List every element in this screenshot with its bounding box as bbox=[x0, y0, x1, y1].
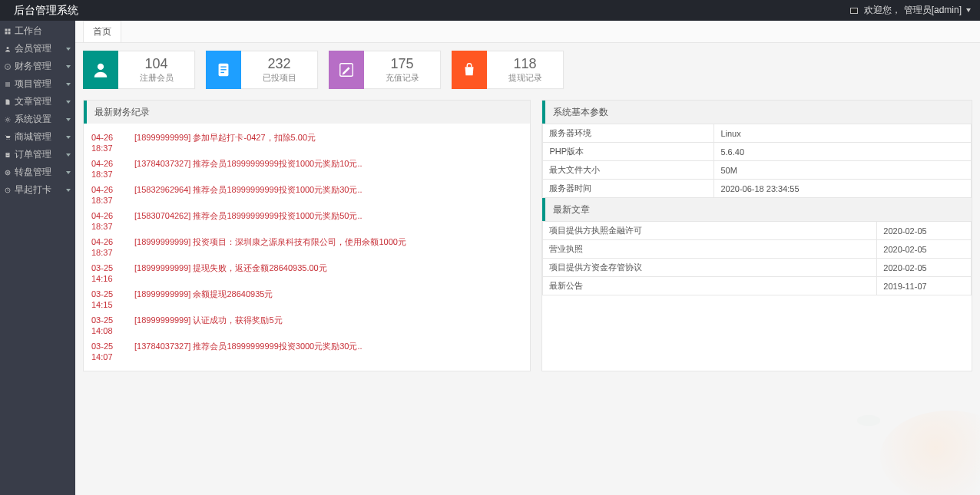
sidebar-item-4[interactable]: 文章管理 bbox=[0, 93, 75, 111]
record-time: 04-26 18:37 bbox=[91, 158, 134, 180]
article-title: 项目提供方资金存管协议 bbox=[543, 259, 877, 277]
sidebar-item-6[interactable]: 商城管理 bbox=[0, 128, 75, 146]
record-row[interactable]: 03-25 14:15[18999999999] 余额提现28640935元 bbox=[91, 286, 522, 312]
svg-rect-9 bbox=[5, 85, 10, 86]
clipboard-icon bbox=[206, 51, 241, 89]
record-text: [15832962964] 推荐会员18999999999投资1000元奖励30… bbox=[134, 184, 522, 206]
stat-cards: 104注册会员232已投项目175充值记录118提现记录 bbox=[83, 51, 972, 89]
svg-rect-22 bbox=[220, 72, 224, 73]
articles-table: 项目提供方执照金融许可2020-02-05营业执照2020-02-05项目提供方… bbox=[542, 221, 972, 295]
sidebar-item-label: 财务管理 bbox=[15, 60, 66, 73]
sidebar-item-3[interactable]: 项目管理 bbox=[0, 75, 75, 93]
sidebar-item-9[interactable]: 早起打卡 bbox=[0, 181, 75, 199]
stat-card-1[interactable]: 232已投项目 bbox=[206, 51, 318, 89]
record-row[interactable]: 04-26 18:37[18999999999] 投资项目：深圳康之源泉科技有限… bbox=[91, 234, 522, 260]
sidebar-item-7[interactable]: 订单管理 bbox=[0, 146, 75, 163]
sidebar-item-label: 工作台 bbox=[15, 25, 71, 38]
record-row[interactable]: 04-26 18:37[15830704262] 推荐会员18999999999… bbox=[91, 208, 522, 234]
svg-rect-3 bbox=[8, 31, 11, 34]
clock-icon bbox=[5, 187, 11, 193]
svg-point-11 bbox=[7, 139, 8, 140]
stat-body: 104注册会员 bbox=[118, 51, 195, 89]
chevron-down-icon bbox=[66, 48, 71, 51]
fullscreen-icon[interactable] bbox=[850, 8, 858, 14]
sidebar-item-label: 商城管理 bbox=[15, 130, 66, 144]
sidebar-item-label: 订单管理 bbox=[15, 148, 66, 161]
svg-rect-15 bbox=[7, 155, 9, 156]
tab-home[interactable]: 首页 bbox=[83, 21, 121, 42]
bag-icon bbox=[452, 51, 487, 89]
article-row[interactable]: 营业执照2020-02-05 bbox=[543, 240, 972, 259]
order-icon bbox=[5, 152, 11, 158]
record-text: [18999999999] 提现失败，返还金额28640935.00元 bbox=[134, 262, 522, 284]
article-row[interactable]: 项目提供方资金存管协议2020-02-05 bbox=[543, 259, 972, 277]
svg-text:¥: ¥ bbox=[7, 64, 9, 68]
panel-records-title: 最新财务纪录 bbox=[94, 106, 150, 119]
gear-icon bbox=[5, 117, 11, 123]
dashboard-icon bbox=[5, 28, 11, 35]
record-time: 04-26 18:37 bbox=[91, 184, 134, 206]
record-row[interactable]: 03-25 14:16[18999999999] 提现失败，返还金额286409… bbox=[91, 260, 522, 286]
record-row[interactable]: 03-25 14:07[13784037327] 推荐会员18999999999… bbox=[91, 338, 522, 365]
chevron-down-icon[interactable] bbox=[966, 8, 971, 12]
svg-rect-21 bbox=[220, 69, 226, 70]
stat-value: 175 bbox=[390, 56, 413, 72]
sidebar-item-2[interactable]: ¥财务管理 bbox=[0, 58, 75, 75]
article-row[interactable]: 最新公告2019-11-07 bbox=[543, 277, 972, 295]
article-title: 营业执照 bbox=[543, 240, 877, 259]
record-row[interactable]: 03-25 14:08[18999999999] 认证成功，获得奖励5元 bbox=[91, 312, 522, 338]
record-text: [18999999999] 余额提现28640935元 bbox=[134, 289, 522, 310]
tab-home-label: 首页 bbox=[93, 25, 111, 38]
edit-icon bbox=[329, 51, 364, 89]
record-text: [13784037327] 推荐会员18999999999投资3000元奖励30… bbox=[134, 341, 522, 362]
sidebar-item-0[interactable]: 工作台 bbox=[0, 22, 75, 40]
user-icon bbox=[83, 51, 118, 89]
record-row[interactable]: 04-26 18:37[13784037327] 推荐会员18999999999… bbox=[91, 156, 522, 182]
param-row: PHP版本5.6.40 bbox=[543, 143, 972, 161]
list-icon bbox=[5, 81, 11, 87]
svg-rect-8 bbox=[5, 84, 10, 84]
panel-articles-body: 项目提供方执照金融许可2020-02-05营业执照2020-02-05项目提供方… bbox=[542, 221, 972, 295]
sidebar: 工作台会员管理¥财务管理项目管理文章管理系统设置商城管理订单管理转盘管理早起打卡 bbox=[0, 21, 75, 495]
svg-rect-0 bbox=[5, 28, 8, 31]
sidebar-item-label: 系统设置 bbox=[15, 113, 66, 126]
sidebar-item-1[interactable]: 会员管理 bbox=[0, 40, 75, 58]
sidebar-item-8[interactable]: 转盘管理 bbox=[0, 163, 75, 181]
stat-card-0[interactable]: 104注册会员 bbox=[83, 51, 195, 89]
cart-icon bbox=[5, 134, 11, 140]
svg-rect-20 bbox=[220, 66, 226, 67]
record-text: [18999999999] 参加早起打卡-0427，扣除5.00元 bbox=[134, 132, 522, 153]
stat-card-2[interactable]: 175充值记录 bbox=[329, 51, 441, 89]
stat-value: 104 bbox=[144, 56, 167, 72]
panel-records: 最新财务纪录 04-26 18:37[18999999999] 参加早起打卡-0… bbox=[83, 100, 531, 371]
stat-value: 118 bbox=[513, 56, 536, 72]
article-row[interactable]: 项目提供方执照金融许可2020-02-05 bbox=[543, 222, 972, 240]
chevron-down-icon bbox=[66, 83, 71, 86]
record-row[interactable]: 04-26 18:37[15832962964] 推荐会员18999999999… bbox=[91, 182, 522, 208]
panel-articles-title: 最新文章 bbox=[553, 203, 590, 216]
article-date: 2019-11-07 bbox=[877, 277, 972, 295]
sidebar-item-5[interactable]: 系统设置 bbox=[0, 111, 75, 128]
stat-body: 118提现记录 bbox=[487, 51, 564, 89]
tab-bar: 首页 bbox=[75, 21, 980, 43]
record-time: 04-26 18:37 bbox=[91, 132, 134, 153]
sidebar-item-label: 会员管理 bbox=[15, 42, 66, 55]
param-key: 最大文件大小 bbox=[543, 161, 714, 180]
param-value: 50M bbox=[714, 161, 972, 180]
welcome-label: 欢迎您， bbox=[864, 4, 901, 17]
panel-params-title: 系统基本参数 bbox=[553, 106, 608, 119]
topbar-user-area[interactable]: 欢迎您， 管理员[admin] bbox=[850, 4, 971, 17]
chevron-down-icon bbox=[66, 136, 71, 139]
param-key: 服务器环境 bbox=[543, 124, 714, 143]
user-role-label: 管理员[admin] bbox=[904, 4, 962, 17]
app-title: 后台管理系统 bbox=[14, 4, 78, 18]
svg-rect-2 bbox=[5, 31, 8, 34]
record-time: 03-25 14:16 bbox=[91, 262, 134, 284]
svg-rect-7 bbox=[5, 82, 10, 83]
param-row: 服务器时间2020-06-18 23:34:55 bbox=[543, 180, 972, 198]
param-key: 服务器时间 bbox=[543, 180, 714, 198]
record-row[interactable]: 04-26 18:37[18999999999] 参加早起打卡-0427，扣除5… bbox=[91, 130, 522, 156]
stat-card-3[interactable]: 118提现记录 bbox=[452, 51, 564, 89]
article-title: 项目提供方执照金融许可 bbox=[543, 222, 877, 240]
record-time: 04-26 18:37 bbox=[91, 210, 134, 232]
